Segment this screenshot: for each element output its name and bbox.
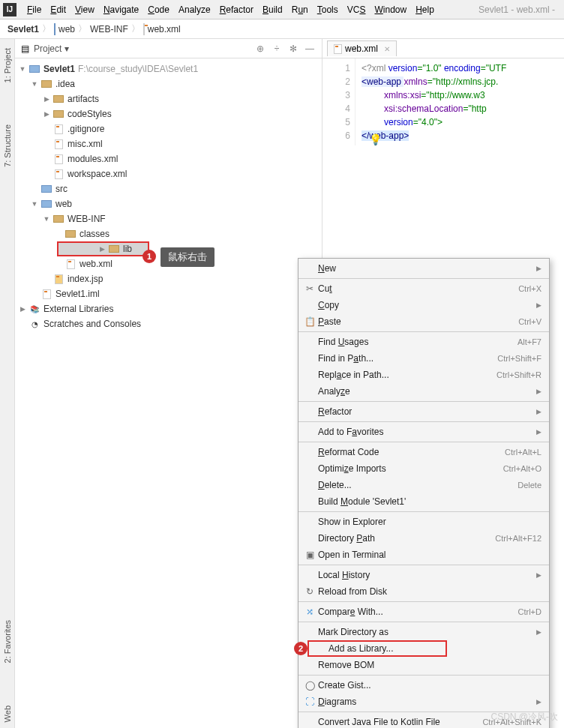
menu-open-terminal[interactable]: ▣Open in Terminal [298,547,549,563]
chevron-right-icon: 〉 [42,22,51,35]
tree-misc[interactable]: misc.xml [15,136,322,151]
tree-root[interactable]: ▼ Sevlet1 F:\course_study\IDEA\Sevlet1 [15,61,322,76]
menu-navigate[interactable]: Navigate [99,3,143,16]
tree-external-libs[interactable]: ▶ 📚 External Libraries [15,301,322,316]
menu-find-usages[interactable]: Find UsagesAlt+F7 [298,334,549,350]
menu-remove-bom[interactable]: Remove BOM [298,657,549,673]
menu-view[interactable]: View [70,3,99,16]
menu-mark-directory[interactable]: Mark Directory as▶ [298,624,549,640]
menu-build[interactable]: Build [258,3,287,16]
tab-project[interactable]: 1: Project [3,42,12,88]
editor-tab-webxml[interactable]: web.xml ✕ [327,40,397,56]
tree-lib[interactable]: ▶ lib [57,241,149,256]
menu-window[interactable]: Window [370,3,411,16]
chevron-right-icon[interactable]: ▶ [98,245,106,253]
menu-help[interactable]: Help [411,3,439,16]
breadcrumb-web[interactable]: web [58,24,75,34]
menu-analyze[interactable]: Analyze▶ [298,383,549,400]
app-logo-icon: IJ [3,3,16,16]
menu-refactor[interactable]: Refactor [215,3,258,16]
menu-find-in-path[interactable]: Find in Path...Ctrl+Shift+F [298,350,549,367]
tab-web[interactable]: Web [3,700,12,728]
folder-icon [109,245,119,253]
code-editor[interactable]: 12 34 56 <?xml version="1.0" encoding="U… [322,58,564,145]
editor-tab-label: web.xml [345,43,378,54]
project-path: F:\course_study\IDEA\Sevlet1 [78,64,198,74]
menu-add-as-library[interactable]: Add as Library... [308,640,447,657]
menu-vcs[interactable]: VCS [343,3,370,16]
settings-icon[interactable]: ✻ [287,43,299,55]
menu-separator [298,675,549,676]
menu-build-module[interactable]: Build Module 'Sevlet1' [298,493,549,510]
code-content[interactable]: <?xml version="1.0" encoding="UTF <web-a… [356,58,506,145]
menu-paste[interactable]: 📋PasteCtrl+V [298,313,549,330]
menu-create-gist[interactable]: ◯Create Gist... [298,677,549,694]
chevron-right-icon[interactable]: ▶ [18,305,27,313]
locate-icon[interactable]: ⊕ [254,43,266,55]
menu-file[interactable]: File [22,3,46,16]
panel-title[interactable]: Project ▾ [34,43,69,54]
menu-refactor[interactable]: Refactor▶ [298,403,549,420]
tree-index[interactable]: index.jsp [15,271,322,286]
tree-workspace[interactable]: workspace.xml [15,166,322,181]
menu-edit[interactable]: Edit [46,3,70,16]
tree-scratches[interactable]: ◔ Scratches and Consoles [15,316,322,331]
xml-file-icon [55,154,63,164]
menu-reload-disk[interactable]: ↻Reload from Disk [298,583,549,600]
menu-add-favorites[interactable]: Add to Favorites▶ [298,424,549,440]
tree-iml[interactable]: Sevlet1.iml [15,286,322,301]
intention-bulb-icon[interactable]: 💡 [369,133,382,145]
jsp-file-icon [55,274,63,284]
menu-optimize-imports[interactable]: Optimize ImportsCtrl+Alt+O [298,460,549,477]
watermark: CSDN @冷风-吹 [490,711,558,724]
hide-icon[interactable]: — [304,43,316,55]
menu-separator [298,442,549,442]
menu-show-explorer[interactable]: Show in Explorer [298,514,549,530]
chevron-down-icon[interactable]: ▼ [30,80,39,88]
tree-webinf[interactable]: ▼ WEB-INF [15,211,322,226]
menu-separator [298,601,549,602]
menu-diagrams[interactable]: ⛶Diagrams▶ [298,694,549,710]
menu-reformat[interactable]: Reformat CodeCtrl+Alt+L [298,444,549,460]
breadcrumb-file[interactable]: web.xml [148,24,181,34]
menu-directory-path[interactable]: Directory PathCtrl+Alt+F12 [298,530,549,547]
breadcrumb-root[interactable]: Sevlet1 [8,24,39,34]
tab-favorites[interactable]: 2: Favorites [3,614,12,669]
chevron-down-icon[interactable]: ▼ [18,65,27,73]
menu-separator [298,622,549,622]
tab-structure[interactable]: 7: Structure [3,118,12,173]
tree-artifacts[interactable]: ▶ artifacts [15,91,322,106]
tree-web[interactable]: ▼ web [15,196,322,211]
menu-cut[interactable]: ✂CutCtrl+X [298,280,549,297]
chevron-right-icon[interactable]: ▶ [42,95,51,103]
tree-codestyles[interactable]: ▶ codeStyles [15,106,322,121]
submenu-arrow-icon: ▶ [536,388,542,395]
menu-separator [298,278,549,279]
project-tree[interactable]: ▼ Sevlet1 F:\course_study\IDEA\Sevlet1 ▼… [15,58,322,334]
submenu-arrow-icon: ▶ [536,428,542,436]
tree-src[interactable]: src [15,181,322,196]
github-icon: ◯ [302,680,318,691]
folder-icon [65,230,76,238]
menu-copy[interactable]: Copy▶ [298,297,549,313]
collapse-icon[interactable]: ÷ [271,43,283,55]
tree-gitignore[interactable]: .gitignore [15,121,322,136]
menu-new[interactable]: New▶ [298,260,549,277]
chevron-right-icon[interactable]: ▶ [42,110,51,118]
chevron-down-icon[interactable]: ▼ [42,215,51,223]
tree-idea[interactable]: ▼ .idea [15,76,322,91]
menu-analyze[interactable]: Analyze [174,3,215,16]
close-tab-icon[interactable]: ✕ [384,45,390,53]
menu-code[interactable]: Code [143,3,174,16]
menu-run[interactable]: Run [287,3,313,16]
menu-delete[interactable]: Delete...Delete [298,477,549,493]
menu-tools[interactable]: Tools [313,3,343,16]
chevron-down-icon[interactable]: ▼ [30,200,39,208]
xml-file-icon [67,259,75,269]
tree-classes[interactable]: classes [15,226,322,241]
tree-modules[interactable]: modules.xml [15,151,322,166]
menu-local-history[interactable]: Local History▶ [298,567,549,583]
breadcrumb-webinf[interactable]: WEB-INF [90,24,128,34]
menu-replace-in-path[interactable]: Replace in Path...Ctrl+Shift+R [298,367,549,383]
menu-compare-with[interactable]: ⤮Compare With...Ctrl+D [298,604,549,620]
